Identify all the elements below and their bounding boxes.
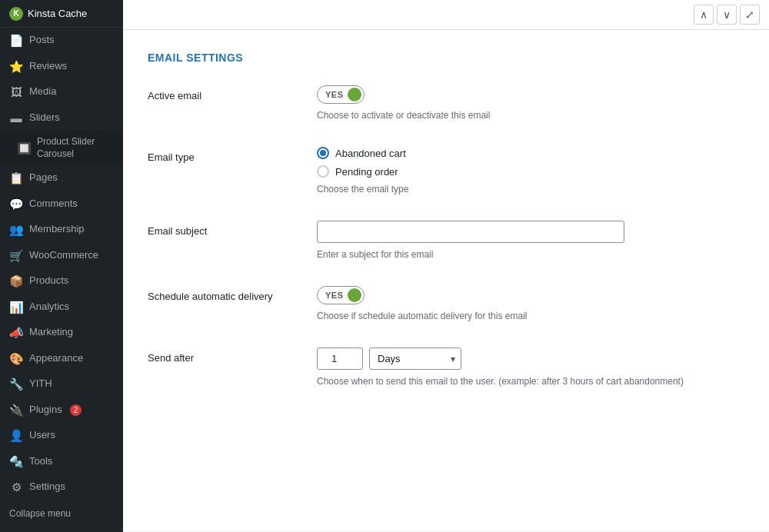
- sidebar-item-analytics[interactable]: 📊 Analytics: [0, 294, 123, 321]
- tools-icon: 🔩: [9, 454, 23, 470]
- help-send-after: Choose when to send this email to the us…: [317, 374, 744, 388]
- brand-label: Kinsta Cache: [28, 8, 87, 19]
- main-content: ∧ ∨ ⤢ EMAIL SETTINGS Active email YES Ch…: [123, 0, 769, 532]
- sidebar-label-membership: Membership: [29, 223, 85, 236]
- settings-icon: ⚙: [9, 480, 23, 495]
- toggle-dot-schedule-delivery: [348, 288, 361, 302]
- help-active-email: Choose to activate or deactivate this em…: [317, 108, 744, 122]
- kinsta-icon: K: [9, 7, 23, 21]
- sidebar-label-plugins: Plugins: [29, 404, 62, 417]
- help-email-type: Choose the email type: [317, 182, 744, 196]
- form-row-send-after: Send after HoursDaysWeeks Choose when to…: [148, 347, 744, 388]
- label-send-after: Send after: [148, 347, 317, 364]
- label-active-email: Active email: [148, 85, 317, 101]
- sidebar-label-posts: Posts: [29, 34, 55, 47]
- label-email-type: Email type: [148, 147, 317, 163]
- send-after-unit-wrap: HoursDaysWeeks: [369, 347, 461, 370]
- sidebar-item-media[interactable]: 🖼 Media: [0, 79, 123, 105]
- radio-label-pending-order: Pending order: [335, 166, 398, 178]
- scroll-up-button[interactable]: ∧: [694, 5, 714, 25]
- send-after-inputs: HoursDaysWeeks: [317, 347, 744, 370]
- sidebar-label-yith: YITH: [29, 377, 52, 391]
- woocommerce-icon: 🛒: [9, 248, 23, 264]
- sidebar-item-tools[interactable]: 🔩 Tools: [0, 449, 123, 475]
- toggle-label-schedule-delivery: YES: [325, 291, 344, 300]
- sidebar-item-users[interactable]: 👤 Users: [0, 423, 123, 449]
- sidebar-item-woocommerce[interactable]: 🛒 WooCommerce: [0, 243, 123, 269]
- send-after-number[interactable]: [317, 347, 363, 370]
- toggle-schedule-delivery[interactable]: YES: [317, 286, 365, 304]
- sidebar-label-settings: Settings: [29, 480, 65, 494]
- control-active-email: YES Choose to activate or deactivate thi…: [317, 85, 744, 122]
- help-email-subject: Enter a subject for this email: [317, 248, 744, 261]
- sidebar-item-yith[interactable]: 🔧 YITH: [0, 371, 123, 397]
- yith-icon: 🔧: [9, 377, 23, 392]
- analytics-icon: 📊: [9, 300, 23, 315]
- sidebar-label-tools: Tools: [29, 455, 52, 468]
- input-email-subject[interactable]: [317, 221, 624, 243]
- sidebar-label-pages: Pages: [29, 171, 58, 185]
- toggle-active-email[interactable]: YES: [317, 85, 365, 104]
- form-row-schedule-delivery: Schedule automatic delivery YES Choose i…: [148, 286, 744, 323]
- control-send-after: HoursDaysWeeks Choose when to send this …: [317, 347, 744, 388]
- sidebar-item-reviews[interactable]: ⭐ Reviews: [0, 54, 123, 80]
- media-icon: 🖼: [9, 85, 23, 100]
- form-row-email-type: Email type Abandoned cart Pending order …: [148, 147, 744, 196]
- form-rows: Active email YES Choose to activate or d…: [148, 85, 744, 388]
- sidebar-item-settings[interactable]: ⚙ Settings: [0, 474, 123, 500]
- posts-icon: 📄: [9, 33, 23, 48]
- toggle-label-active-email: YES: [325, 90, 344, 99]
- sidebar-label-products: Products: [29, 274, 68, 288]
- send-after-unit[interactable]: HoursDaysWeeks: [369, 347, 461, 370]
- sidebar-label-appearance: Appearance: [29, 352, 83, 365]
- control-email-subject: Enter a subject for this email: [317, 221, 744, 261]
- marketing-icon: 📣: [9, 325, 23, 341]
- sidebar-label-analytics: Analytics: [29, 301, 69, 314]
- control-email-type: Abandoned cart Pending order Choose the …: [317, 147, 744, 196]
- sidebar-item-product-slider-carousel[interactable]: 🔲 Product Slider Carousel: [0, 131, 123, 165]
- expand-button[interactable]: ⤢: [740, 5, 760, 25]
- products-icon: 📦: [9, 274, 23, 289]
- radio-pending-order[interactable]: Pending order: [317, 165, 744, 178]
- sidebar-label-media: Media: [29, 85, 56, 98]
- content-area: EMAIL SETTINGS Active email YES Choose t…: [123, 30, 769, 531]
- form-row-email-subject: Email subject Enter a subject for this e…: [148, 221, 744, 261]
- sidebar-brand[interactable]: K Kinsta Cache: [0, 0, 123, 28]
- form-row-active-email: Active email YES Choose to activate or d…: [148, 85, 744, 122]
- sidebar-label-sliders: Sliders: [29, 111, 60, 125]
- sidebar-item-posts[interactable]: 📄 Posts: [0, 28, 123, 54]
- sliders-icon: ▬: [9, 111, 23, 126]
- control-schedule-delivery: YES Choose if schedule automatic deliver…: [317, 286, 744, 323]
- sidebar-item-plugins[interactable]: 🔌 Plugins 2: [0, 397, 123, 424]
- scroll-down-button[interactable]: ∨: [717, 5, 737, 25]
- radio-circle-pending-order: [317, 165, 329, 178]
- toggle-dot-active-email: [348, 88, 361, 101]
- collapse-menu[interactable]: Collapse menu: [0, 500, 123, 527]
- plugins-icon: 🔌: [9, 403, 23, 418]
- product-slider-carousel-icon: 🔲: [17, 141, 31, 156]
- sidebar-label-reviews: Reviews: [29, 60, 67, 73]
- sidebar-item-membership[interactable]: 👥 Membership: [0, 217, 123, 243]
- sidebar-label-product-slider-carousel: Product Slider Carousel: [37, 136, 114, 160]
- sidebar-item-comments[interactable]: 💬 Comments: [0, 191, 123, 218]
- sidebar-label-users: Users: [29, 429, 55, 442]
- sidebar-label-woocommerce: WooCommerce: [29, 249, 98, 262]
- radio-group-email-type: Abandoned cart Pending order: [317, 147, 744, 178]
- label-schedule-delivery: Schedule automatic delivery: [148, 286, 317, 302]
- radio-abandoned-cart[interactable]: Abandoned cart: [317, 147, 744, 159]
- sidebar: K Kinsta Cache 📄 Posts ⭐ Reviews 🖼 Media…: [0, 0, 123, 532]
- reviews-icon: ⭐: [9, 59, 23, 75]
- sidebar-item-products[interactable]: 📦 Products: [0, 268, 123, 294]
- radio-circle-abandoned-cart: [317, 147, 329, 159]
- appearance-icon: 🎨: [9, 351, 23, 367]
- sidebar-item-sliders[interactable]: ▬ Sliders: [0, 105, 123, 131]
- sidebar-item-marketing[interactable]: 📣 Marketing: [0, 320, 123, 346]
- membership-icon: 👥: [9, 222, 23, 238]
- sidebar-nav: 📄 Posts ⭐ Reviews 🖼 Media ▬ Sliders 🔲 Pr…: [0, 28, 123, 500]
- badge-plugins: 2: [70, 404, 82, 416]
- sidebar-item-pages[interactable]: 📋 Pages: [0, 165, 123, 191]
- comments-icon: 💬: [9, 197, 23, 212]
- sidebar-item-appearance[interactable]: 🎨 Appearance: [0, 346, 123, 372]
- help-schedule-delivery: Choose if schedule automatic delivery fo…: [317, 309, 744, 323]
- pages-icon: 📋: [9, 171, 23, 186]
